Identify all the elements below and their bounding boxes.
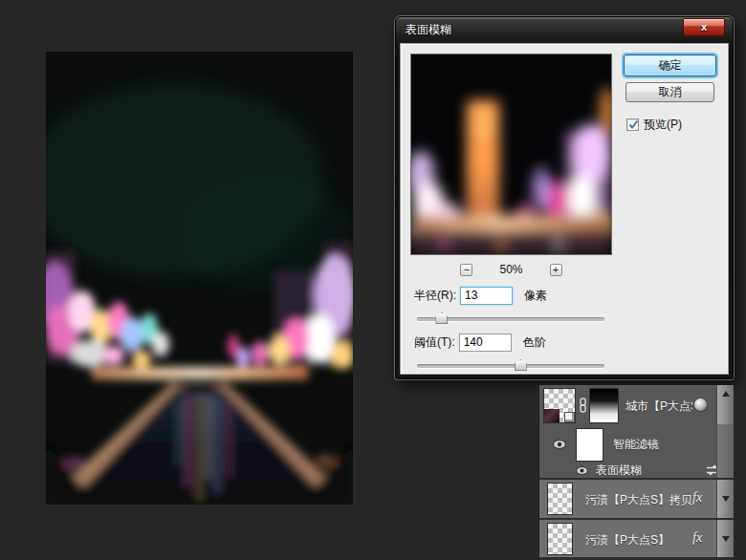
threshold-label: 阈值(T): xyxy=(414,334,455,351)
ok-button[interactable]: 确定 xyxy=(624,54,716,76)
preview-checkbox[interactable]: 预览(P) xyxy=(626,117,682,133)
checkbox-box[interactable] xyxy=(626,118,639,131)
document-canvas xyxy=(46,52,353,505)
scrollbar-up-button[interactable] xyxy=(716,385,734,424)
smart-filter-indicator-icon[interactable] xyxy=(694,398,707,411)
layer-name[interactable]: 城市【P大点S... xyxy=(625,398,692,415)
layer-fx-collapse-strip[interactable] xyxy=(716,520,734,557)
preview-city-art xyxy=(411,54,611,254)
layers-scrollbar[interactable] xyxy=(716,385,734,478)
layer-row-city[interactable]: 城市【P大点S... xyxy=(539,385,716,426)
canvas-city-night-art xyxy=(46,52,353,505)
threshold-unit: 色阶 xyxy=(523,334,546,351)
mask-link-icon xyxy=(579,398,587,413)
radius-slider[interactable] xyxy=(417,312,604,324)
radius-unit: 像素 xyxy=(524,288,547,304)
radius-label: 半径(R): xyxy=(414,288,456,304)
layer-fx-collapse-strip[interactable] xyxy=(716,480,734,518)
visibility-eye-icon[interactable] xyxy=(576,466,588,475)
surface-blur-dialog: 表面模糊 x xyxy=(395,16,734,379)
radius-row: 半径(R): 像素 xyxy=(414,286,547,305)
threshold-slider-track[interactable] xyxy=(417,364,604,368)
layer-row-stain-copy[interactable]: 污渍【P大点S】拷贝 fx xyxy=(539,480,734,518)
smart-filters-mask-thumbnail[interactable] xyxy=(576,428,603,462)
layers-panel: 城市【P大点S... 智能滤镜 表面模糊 xyxy=(538,385,733,560)
thumbnail-photo-fragment xyxy=(544,409,560,422)
smart-object-badge-icon xyxy=(564,412,575,422)
layer-row-smart-filters[interactable]: 智能滤镜 xyxy=(539,426,716,463)
collapse-effects-arrow-icon[interactable] xyxy=(722,496,730,502)
filter-preview[interactable] xyxy=(410,54,612,255)
checkbox-check-icon xyxy=(627,118,640,131)
threshold-slider-thumb[interactable] xyxy=(515,359,527,371)
layer-effects-fx-badge[interactable]: fx xyxy=(692,490,702,506)
preview-zoom-controls: − 50% + xyxy=(410,262,612,277)
preview-checkbox-label: 预览(P) xyxy=(644,117,682,133)
smart-object-layer-group: 城市【P大点S... 智能滤镜 表面模糊 xyxy=(539,385,734,478)
layer-thumbnail[interactable] xyxy=(547,483,573,515)
visibility-eye-icon[interactable] xyxy=(553,440,566,449)
dialog-title: 表面模糊 xyxy=(406,22,451,38)
threshold-slider[interactable] xyxy=(417,359,604,371)
layer-name[interactable]: 污渍【P大点S】 xyxy=(585,532,669,549)
layer-name[interactable]: 污渍【P大点S】拷贝 xyxy=(585,492,692,508)
layer-row-surface-blur-filter[interactable]: 表面模糊 xyxy=(539,463,716,478)
layer-thumbnail[interactable] xyxy=(543,388,576,423)
threshold-input[interactable] xyxy=(459,334,512,352)
layer-row-stain[interactable]: 污渍【P大点S】 fx xyxy=(539,520,734,557)
scroll-up-arrow-icon xyxy=(722,391,730,397)
smart-filters-label[interactable]: 智能滤镜 xyxy=(613,437,659,453)
zoom-in-button[interactable]: + xyxy=(550,264,562,276)
close-button[interactable]: x xyxy=(683,18,725,36)
zoom-out-button[interactable]: − xyxy=(460,264,472,276)
surface-blur-filter-label[interactable]: 表面模糊 xyxy=(596,463,642,479)
collapse-effects-arrow-icon[interactable] xyxy=(722,536,730,542)
radius-input[interactable] xyxy=(460,287,513,305)
scrollbar-track[interactable] xyxy=(716,424,734,478)
layer-thumbnail[interactable] xyxy=(547,523,573,555)
radius-slider-thumb[interactable] xyxy=(435,312,448,324)
dialog-body: − 50% + 确定 取消 预览(P) 半径(R): 像素 阈值(T): xyxy=(400,43,729,375)
gradient-mask-thumbnail[interactable] xyxy=(589,388,619,423)
zoom-level: 50% xyxy=(499,263,522,276)
layer-effects-fx-badge[interactable]: fx xyxy=(692,530,702,546)
cancel-button[interactable]: 取消 xyxy=(625,82,714,102)
threshold-row: 阈值(T): 色阶 xyxy=(414,333,546,352)
